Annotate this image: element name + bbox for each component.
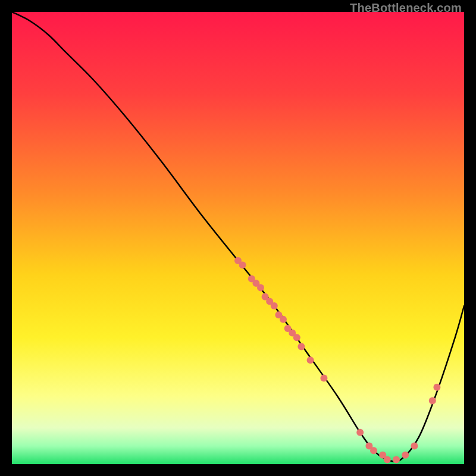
sample-point — [356, 429, 364, 436]
gradient-background — [12, 12, 464, 464]
sample-point — [402, 452, 409, 459]
sample-point — [307, 356, 314, 364]
sample-point — [298, 343, 305, 350]
sample-point — [433, 384, 440, 391]
chart-frame — [12, 12, 464, 464]
sample-point — [239, 262, 246, 269]
sample-point — [280, 316, 287, 323]
watermark-text: TheBottleneck.com — [350, 1, 462, 15]
sample-point — [257, 284, 264, 292]
sample-point — [429, 397, 436, 405]
sample-point — [411, 443, 418, 450]
sample-point — [271, 302, 278, 309]
sample-point — [370, 447, 377, 454]
sample-point — [393, 456, 400, 463]
chart-svg — [12, 12, 464, 464]
sample-point — [293, 334, 300, 341]
sample-point — [320, 375, 327, 382]
sample-point — [384, 456, 391, 463]
